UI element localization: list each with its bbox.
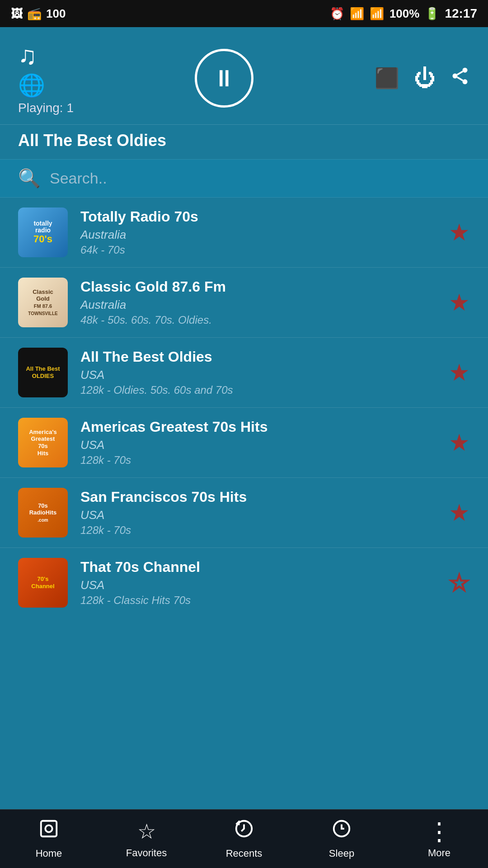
list-item[interactable]: ClassicGoldFM 87.6TOWNSVILLE Classic Gol… (0, 268, 488, 338)
station-logo: totallyradio70's (18, 208, 68, 257)
home-icon (38, 818, 59, 844)
nav-sleep[interactable]: Sleep (293, 818, 390, 859)
station-meta: 128k - Classic Hits 70s (80, 594, 436, 607)
sleep-icon (331, 818, 352, 844)
nav-recents[interactable]: Recents (195, 818, 293, 859)
player-header: ♫ 🌐 Playing: 1 ⏸ ⬛ ⏻ (0, 27, 488, 124)
playing-label: Playing: 1 (18, 101, 74, 115)
wifi-icon: 📶 (350, 7, 364, 21)
nav-recents-label: Recents (226, 848, 263, 859)
station-list: totallyradio70's Totally Radio 70s Austr… (0, 198, 488, 618)
list-item[interactable]: 70'sChannel That 70s Channel USA 128k - … (0, 548, 488, 618)
favorite-star[interactable]: ★ (449, 499, 470, 526)
nav-more-label: More (428, 847, 450, 859)
station-meta: 64k - 70s (80, 244, 436, 256)
status-bar: 🖼 📻 100 ⏰ 📶 📶 100% 🔋 12:17 (0, 0, 488, 27)
station-info: San Franciscos 70s Hits USA 128k - 70s (80, 489, 436, 537)
station-country: USA (80, 368, 436, 382)
nav-favorites-label: Favorites (126, 847, 167, 859)
favorite-star[interactable]: ★ (449, 429, 470, 456)
nav-favorites[interactable]: ☆ Favorites (98, 819, 195, 859)
station-info: All The Best Oldies USA 128k - Oldies. 5… (80, 349, 436, 396)
more-icon: ⋮ (427, 819, 451, 844)
recents-icon (234, 818, 254, 844)
svg-point-6 (45, 825, 52, 832)
station-name: That 70s Channel (80, 559, 436, 576)
station-country: Australia (80, 298, 436, 312)
signal-bars-icon: 📶 (370, 7, 384, 21)
battery-icon: 🔋 (425, 7, 439, 21)
favorite-star[interactable]: ☆ (449, 569, 470, 596)
svg-point-2 (463, 79, 468, 84)
station-name: Americas Greatest 70s Hits (80, 419, 436, 435)
station-info: Totally Radio 70s Australia 64k - 70s (80, 208, 436, 256)
svg-rect-5 (41, 821, 57, 837)
status-left: 🖼 📻 100 (11, 7, 66, 21)
share-button[interactable] (450, 66, 470, 90)
svg-point-0 (463, 67, 468, 72)
station-name: Totally Radio 70s (80, 208, 436, 225)
station-country: USA (80, 508, 436, 522)
favorite-star[interactable]: ★ (449, 359, 470, 386)
station-info: Americas Greatest 70s Hits USA 128k - 70… (80, 419, 436, 467)
station-logo: America'sGreatest70sHits (18, 418, 68, 467)
music-note-icon: ♫ (18, 41, 37, 70)
signal-count: 100 (46, 7, 66, 21)
station-country: USA (80, 578, 436, 592)
list-item[interactable]: All The BestOLDIES All The Best Oldies U… (0, 338, 488, 408)
radio-icon: 📻 (27, 7, 42, 21)
favorites-icon: ☆ (137, 819, 156, 844)
station-logo: 70'sChannel (18, 558, 68, 608)
pause-icon: ⏸ (212, 65, 236, 92)
station-logo: 70sRadioHits.com (18, 488, 68, 538)
header-controls: ⬛ ⏻ (375, 66, 470, 90)
stop-button[interactable]: ⬛ (375, 66, 399, 90)
station-logo: ClassicGoldFM 87.6TOWNSVILLE (18, 278, 68, 327)
station-name: San Franciscos 70s Hits (80, 489, 436, 505)
nav-more[interactable]: ⋮ More (390, 819, 488, 859)
station-logo: All The BestOLDIES (18, 348, 68, 397)
nav-home-label: Home (36, 848, 62, 859)
station-country: USA (80, 438, 436, 452)
favorite-star[interactable]: ★ (449, 289, 470, 316)
svg-line-4 (457, 71, 463, 74)
header-left: ♫ 🌐 Playing: 1 (18, 41, 74, 115)
station-meta: 128k - Oldies. 50s. 60s and 70s (80, 384, 436, 396)
nav-sleep-label: Sleep (329, 848, 354, 859)
station-info: Classic Gold 87.6 Fm Australia 48k - 50s… (80, 278, 436, 326)
station-country: Australia (80, 228, 436, 242)
station-info: That 70s Channel USA 128k - Classic Hits… (80, 559, 436, 607)
station-meta: 128k - 70s (80, 454, 436, 467)
globe-icon: 🌐 (18, 73, 45, 98)
time-display: 12:17 (445, 6, 477, 21)
status-right: ⏰ 📶 📶 100% 🔋 12:17 (330, 6, 477, 21)
search-icon: 🔍 (18, 168, 41, 189)
station-name: All The Best Oldies (80, 349, 436, 365)
battery-percent: 100% (389, 7, 420, 21)
svg-line-3 (457, 77, 463, 80)
list-item[interactable]: totallyradio70's Totally Radio 70s Austr… (0, 198, 488, 268)
photo-icon: 🖼 (11, 7, 23, 21)
svg-point-1 (453, 73, 458, 78)
pause-button[interactable]: ⏸ (195, 49, 253, 108)
search-input[interactable] (50, 170, 470, 187)
station-meta: 128k - 70s (80, 524, 436, 537)
list-item[interactable]: 70sRadioHits.com San Franciscos 70s Hits… (0, 478, 488, 548)
station-meta: 48k - 50s. 60s. 70s. Oldies. (80, 314, 436, 326)
now-playing-title: All The Best Oldies (18, 131, 166, 150)
list-item[interactable]: America'sGreatest70sHits Americas Greate… (0, 408, 488, 478)
nav-home[interactable]: Home (0, 818, 98, 859)
power-button[interactable]: ⏻ (414, 66, 436, 90)
now-playing-bar: All The Best Oldies (0, 124, 488, 159)
bottom-nav: Home ☆ Favorites Recents Sleep ⋮ More (0, 809, 488, 868)
alarm-icon: ⏰ (330, 7, 344, 21)
favorite-star[interactable]: ★ (449, 219, 470, 246)
station-name: Classic Gold 87.6 Fm (80, 278, 436, 295)
search-bar: 🔍 (0, 159, 488, 198)
